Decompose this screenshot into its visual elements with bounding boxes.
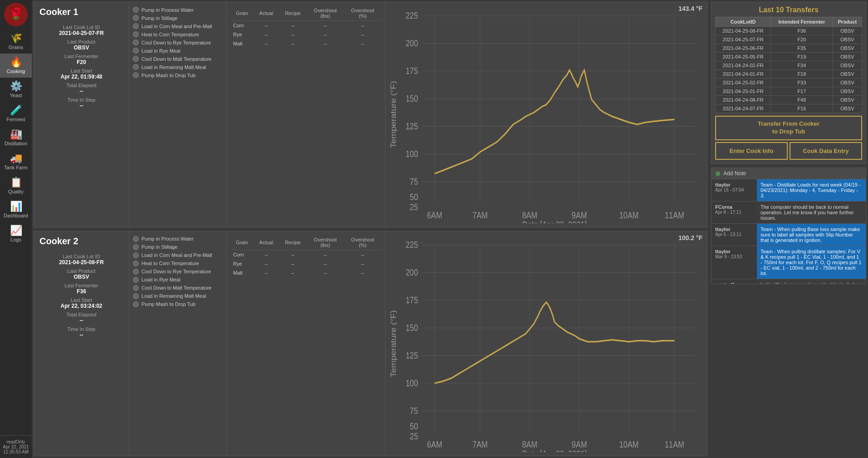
sidebar-label-yeast: Yeast — [10, 93, 22, 98]
overshoot-lbs-col-header: Overshoot(lbs) — [307, 6, 344, 21]
svg-text:7AM: 7AM — [473, 439, 488, 449]
step-circle — [133, 293, 139, 299]
notes-scroll[interactable]: ttaylor Apr 16 - 07:04 Team - Distillate… — [712, 179, 866, 284]
actual-val: -- — [254, 259, 279, 268]
step-item: Load in Rye Meal — [133, 48, 223, 54]
transfer-product: OBSV — [833, 87, 862, 96]
notes-panel: ⊕ Add Note ttaylor Apr 16 - 07:04 Team -… — [711, 167, 866, 284]
note-author: ttaylor — [715, 182, 753, 187]
cooker1-start-value: Apr 22, 01:59:48 — [39, 74, 123, 80]
svg-text:75: 75 — [410, 177, 418, 187]
svg-text:Date [Apr 22, 2021]: Date [Apr 22, 2021] — [522, 449, 587, 452]
transfer-from-cooker-button[interactable]: Transfer From Cookerto Drop Tub — [715, 116, 862, 140]
svg-text:50: 50 — [410, 192, 418, 202]
cooker2-chart-svg: 225 200 175 150 125 100 75 50 25 6AM 7AM… — [389, 235, 703, 453]
sidebar-label-tankfarm: Tank Farm — [4, 165, 28, 170]
actual-val: -- — [254, 39, 279, 48]
step-item: Cool Down to Malt Temperature — [133, 56, 223, 62]
note-item: ttaylor Apr 6 - 13:11 Team - When pullin… — [712, 224, 866, 246]
step-circle — [133, 7, 139, 13]
recipe-val: -- — [279, 21, 307, 30]
cooker1-temp-display: 143.4 °F — [678, 5, 702, 12]
right-panel: Last 10 Transfers CookLotID Intended Fer… — [709, 0, 868, 458]
sidebar-label-grains: Grains — [9, 44, 23, 50]
transfer-cook-lot: 2021-04-24-01-FR — [716, 70, 771, 79]
svg-text:125: 125 — [405, 350, 418, 360]
note-text: Team - Distillate Loads for next week (0… — [757, 179, 866, 201]
recipe-val: -- — [279, 30, 307, 39]
overshoot-lbs-col-header: Overshoot(lbs) — [307, 235, 344, 250]
svg-text:🌹: 🌹 — [9, 7, 24, 21]
current-time: 11:35:53 AM — [2, 449, 30, 454]
note-text: both stills down. caustic ran/doubler bo… — [757, 279, 866, 284]
grain-name: Malt — [230, 268, 254, 277]
sidebar-label-quality: Quality — [8, 189, 24, 194]
overshoot-lbs-val: -- — [307, 30, 344, 39]
step-label: Load in Corn Meal and Pre-Malt — [141, 24, 212, 29]
current-date: Apr 22, 2021 — [2, 444, 30, 449]
sidebar-item-tankfarm[interactable]: 🚚 Tank Farm — [0, 150, 32, 174]
grain-name: Corn — [230, 21, 254, 30]
step-label: Heat to Corn Temperature — [141, 32, 199, 37]
dashboard-icon: 📊 — [10, 202, 22, 212]
step-label: Load in Remaining Malt Meal — [141, 293, 206, 299]
cooker1-lot-value: 2021-04-25-07-FR — [39, 30, 123, 36]
cooker2-block: Cooker 2 Last Cook Lot ID 2021-04-25-08-… — [34, 231, 707, 457]
step-label: Pump in Stillage — [141, 15, 178, 21]
transfers-col-product: Product — [833, 17, 862, 27]
step-circle — [133, 261, 139, 266]
table-row: Corn -- -- -- -- — [230, 250, 381, 259]
note-item: ttaylor Mar 9 - 13:53 Team - When pullin… — [712, 246, 866, 279]
table-row: 2021-04-24-08-FR F48 OBSV — [716, 96, 862, 104]
actual-val: -- — [254, 250, 279, 259]
svg-text:75: 75 — [410, 406, 418, 416]
step-label: Pump in Process Water — [141, 236, 194, 241]
grains-icon: 🌾 — [10, 33, 22, 43]
cook-data-entry-button[interactable]: Cook Data Entry — [790, 142, 862, 160]
step-item: Cool Down to Rye Temperature — [133, 269, 223, 275]
note-author: control1 — [715, 282, 753, 284]
add-note-label[interactable]: Add Note — [723, 170, 746, 177]
sidebar-item-logs[interactable]: 📈 Logs — [0, 222, 32, 246]
sidebar-item-cooking[interactable]: 🔥 Cooking — [0, 54, 32, 78]
step-item: Load in Remaining Malt Meal — [133, 293, 223, 299]
step-item: Load in Corn Meal and Pre-Malt — [133, 252, 223, 258]
cooker1-grain-table: Grain Actual Recipe Overshoot(lbs) Overs… — [227, 2, 385, 227]
overshoot-pct-val: -- — [344, 39, 381, 48]
table-row: 2021-04-24-01-FR F18 OBSV — [716, 70, 862, 79]
overshoot-lbs-val: -- — [307, 250, 344, 259]
step-label: Pump Mash to Drop Tub — [141, 73, 195, 78]
grain-col-header: Grain — [230, 6, 254, 21]
svg-text:10AM: 10AM — [619, 439, 639, 449]
sidebar-label-cooking: Cooking — [7, 69, 25, 74]
sidebar-item-grains[interactable]: 🌾 Grains — [0, 30, 32, 54]
step-item: Heat to Corn Temperature — [133, 31, 223, 37]
svg-text:Temperature (°F): Temperature (°F) — [389, 81, 397, 148]
enter-cook-info-button[interactable]: Enter Cook Info — [715, 142, 788, 160]
top-area: Cooker 1 Last Cook Lot ID 2021-04-25-07-… — [32, 0, 868, 458]
note-date: Apr 8 - 17:11 — [715, 210, 753, 215]
sidebar-item-ferment[interactable]: 🧪 Ferment — [0, 102, 32, 126]
cooker1-lot-label: Last Cook Lot ID — [39, 25, 123, 30]
transfer-fermenter: F35 — [771, 44, 833, 53]
tankfarm-icon: 🚚 — [10, 153, 22, 163]
transfers-col-cookid: CookLotID — [716, 17, 771, 27]
table-row: 2021-04-25-02-FR F33 OBSV — [716, 79, 862, 87]
sidebar-item-dashboard[interactable]: 📊 Dashboard — [0, 198, 32, 222]
step-item: Load in Rye Meal — [133, 277, 223, 283]
step-label: Pump Mash to Drop Tub — [141, 301, 195, 307]
svg-text:11AM: 11AM — [665, 210, 684, 220]
svg-text:11AM: 11AM — [665, 439, 684, 449]
transfer-cook-lot: 2021-04-24-07-FR — [716, 104, 771, 113]
cooker2-title: Cooker 2 — [39, 236, 123, 246]
transfer-cook-lot: 2021-04-24-02-FR — [716, 61, 771, 70]
sidebar-item-distillation[interactable]: 🏭 Distillation — [0, 126, 32, 150]
grain-col-header: Grain — [230, 235, 254, 250]
step-item: Load in Corn Meal and Pre-Malt — [133, 23, 223, 29]
note-author: ttaylor — [715, 227, 753, 232]
cooker2-lot-value: 2021-04-25-08-FR — [39, 259, 123, 266]
sidebar-item-quality[interactable]: 📋 Quality — [0, 174, 32, 198]
sidebar-item-yeast[interactable]: ⚙️ Yeast — [0, 78, 32, 102]
recipe-col-header: Recipe — [279, 6, 307, 21]
svg-text:10AM: 10AM — [619, 210, 639, 220]
